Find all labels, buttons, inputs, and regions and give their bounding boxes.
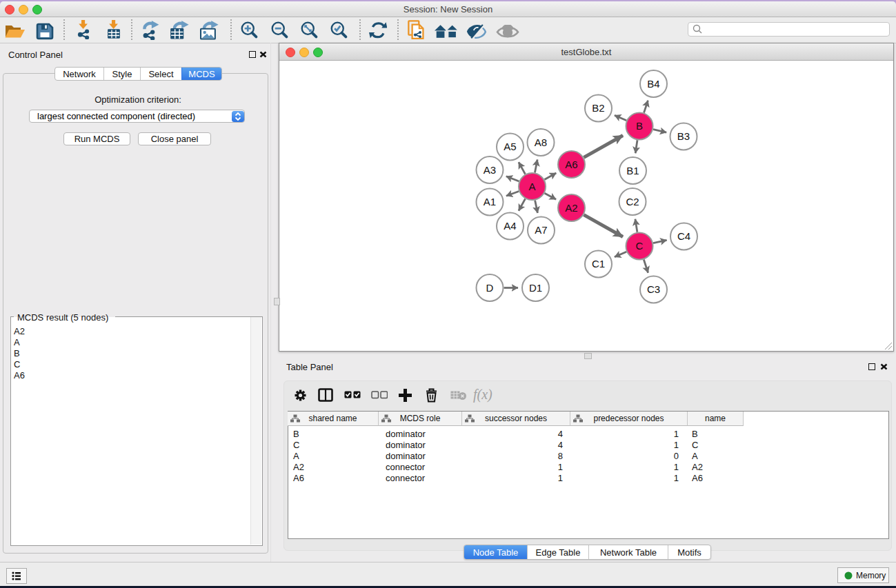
svg-text:A: A: [528, 181, 535, 192]
svg-text:C4: C4: [677, 230, 690, 242]
svg-text:C3: C3: [647, 283, 660, 295]
svg-text:C2: C2: [626, 196, 639, 207]
svg-text:B4: B4: [647, 78, 659, 90]
svg-text:C1: C1: [592, 258, 605, 270]
svg-text:B3: B3: [677, 130, 690, 142]
svg-text:D: D: [486, 282, 494, 294]
svg-text:A1: A1: [484, 196, 496, 207]
svg-text:B: B: [636, 120, 643, 132]
svg-text:B2: B2: [592, 102, 604, 114]
svg-text:A2: A2: [565, 202, 577, 214]
svg-text:C: C: [636, 240, 644, 252]
svg-text:B1: B1: [626, 165, 639, 176]
svg-text:A5: A5: [504, 141, 516, 152]
svg-text:A4: A4: [504, 220, 516, 232]
svg-text:A8: A8: [535, 136, 547, 148]
svg-text:D1: D1: [529, 282, 542, 294]
svg-text:A3: A3: [484, 164, 496, 176]
svg-text:A7: A7: [535, 224, 547, 236]
svg-text:A6: A6: [565, 159, 577, 170]
